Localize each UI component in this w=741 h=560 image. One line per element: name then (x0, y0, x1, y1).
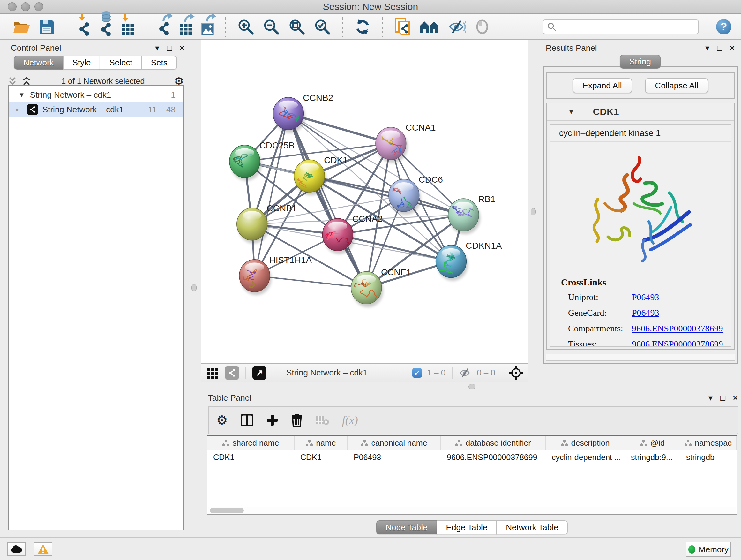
column-header[interactable]: description (546, 436, 625, 449)
cloud-icon (10, 545, 22, 553)
import-table-button[interactable] (121, 18, 134, 36)
import-network-file-button[interactable] (78, 17, 91, 36)
memory-button[interactable]: Memory (686, 542, 731, 557)
panel-close-icon[interactable]: × (733, 394, 738, 402)
open-in-browser-icon[interactable]: ↗ (253, 366, 266, 380)
table-cell[interactable]: cyclin-dependent ... (546, 450, 625, 464)
results-scrollbar[interactable] (546, 354, 735, 361)
open-session-button[interactable] (13, 19, 30, 34)
node-label-CDK1: CDK1 (324, 155, 348, 165)
column-header[interactable]: name (294, 436, 348, 449)
table-cell[interactable]: CDK1 (207, 450, 294, 464)
network-from-selection-button[interactable] (394, 18, 410, 36)
crosslink-tissues[interactable]: 9606.ENSP00000378699 (632, 339, 731, 347)
panel-close-icon[interactable]: × (180, 44, 185, 52)
tab-string[interactable]: String (620, 55, 661, 69)
table-horizontal-scrollbar[interactable] (208, 507, 736, 514)
string-results-container: Expand All Collapse All ▼ CDK1 cyclin–de… (543, 66, 738, 364)
panel-menu-icon[interactable]: ▾ (705, 44, 710, 52)
cloud-status-button[interactable] (7, 543, 25, 556)
save-session-button[interactable] (40, 19, 54, 35)
tab-style[interactable]: Style (63, 56, 100, 70)
network-collection-row[interactable]: ▼ String Network – cdk1 1 (9, 87, 183, 102)
right-splitter-handle[interactable] (531, 208, 536, 215)
network-node-CCNE1[interactable]: CCNE1 (351, 267, 411, 307)
table-cell[interactable]: 9606.ENSP00000378699 (441, 450, 546, 464)
tab-network[interactable]: Network (14, 56, 63, 70)
export-image-button[interactable] (201, 18, 214, 36)
network-node-CCNB1[interactable]: CCNB1 (237, 203, 297, 244)
network-node-RB1[interactable]: RB1 (448, 194, 495, 234)
bottom-splitter-handle[interactable] (468, 384, 475, 389)
table-cell[interactable]: stringdb (680, 450, 737, 464)
export-table-button[interactable] (179, 18, 192, 35)
network-edge-CCNB2-HIST1H1A[interactable] (255, 114, 288, 276)
scrollbar-thumb[interactable] (210, 508, 244, 513)
network-node-CCNA1[interactable]: CCNA1 (376, 123, 436, 163)
birds-eye-view-icon[interactable] (509, 366, 523, 380)
panel-float-icon[interactable]: □ (167, 44, 172, 52)
crosslink-uniprot[interactable]: P06493 (632, 292, 731, 302)
show-all-button[interactable] (475, 19, 489, 34)
expand-all-button[interactable]: Expand All (572, 78, 632, 93)
traffic-light-zoom-icon[interactable] (35, 2, 44, 11)
table-options-gear-icon[interactable]: ⚙ (216, 415, 228, 426)
panel-menu-icon[interactable]: ▾ (155, 44, 159, 52)
table-row[interactable]: CDK1CDK1P064939606.ENSP00000378699cyclin… (207, 450, 737, 464)
search-box[interactable] (542, 19, 699, 34)
network-row-selected[interactable]: ● String Network – cdk1 11 48 (9, 102, 183, 117)
node-table[interactable]: shared namenamecanonical namedatabase id… (207, 435, 737, 515)
network-share-view-icon[interactable] (225, 366, 239, 380)
network-view[interactable]: CCNB2CCNA1CDC25BCDK1CDC6RB1CCNB1CCNA2CDK… (201, 40, 528, 364)
network-node-CDC6[interactable]: CDC6 (389, 175, 443, 215)
column-header[interactable]: shared name (207, 436, 294, 449)
first-neighbors-button[interactable] (419, 20, 439, 34)
help-button[interactable]: ? (716, 19, 731, 35)
expand-all-icon[interactable] (21, 76, 32, 86)
left-splitter-handle[interactable] (192, 284, 197, 291)
collapse-all-icon[interactable] (7, 76, 18, 86)
column-header[interactable]: canonical name (348, 436, 441, 449)
traffic-light-close-icon[interactable] (8, 2, 17, 11)
table-cell[interactable]: stringdb:9... (625, 450, 680, 464)
network-node-CDK1[interactable]: CDK1 (294, 155, 347, 195)
column-header[interactable]: database identifier (441, 436, 546, 449)
grid-view-icon[interactable] (206, 366, 220, 380)
search-input[interactable] (559, 22, 693, 32)
network-node-CDKN1A[interactable]: CDKN1A (436, 241, 502, 281)
apply-layout-button[interactable] (354, 18, 371, 35)
disclosure-triangle-icon[interactable]: ▼ (568, 108, 575, 116)
disclosure-triangle-icon[interactable]: ▼ (18, 91, 25, 99)
zoom-out-button[interactable] (263, 18, 280, 35)
show-columns-icon[interactable] (241, 414, 253, 426)
column-header[interactable]: @id (625, 436, 680, 449)
panel-float-icon[interactable]: □ (720, 394, 725, 402)
tab-network-table[interactable]: Network Table (496, 520, 568, 535)
selected-checkbox-icon[interactable]: ✓ (412, 368, 422, 378)
delete-column-trash-icon[interactable] (291, 414, 302, 427)
traffic-light-minimize-icon[interactable] (21, 2, 30, 11)
hide-selected-button[interactable] (448, 19, 466, 34)
create-column-plus-icon[interactable] (266, 414, 278, 426)
table-cell[interactable]: CDK1 (294, 450, 348, 464)
zoom-selected-button[interactable] (314, 18, 331, 35)
gene-section-header[interactable]: ▼ CDK1 (547, 104, 734, 121)
export-network-button[interactable] (158, 18, 171, 36)
tab-edge-table[interactable]: Edge Table (436, 520, 497, 535)
crosslink-genecard[interactable]: P06493 (632, 308, 731, 318)
tab-select[interactable]: Select (99, 56, 142, 70)
warnings-button[interactable] (34, 543, 52, 556)
collapse-all-button[interactable]: Collapse All (645, 78, 709, 93)
column-header[interactable]: namespac (680, 436, 737, 449)
network-node-HIST1H1A[interactable]: HIST1H1A (239, 255, 312, 295)
crosslink-compartments[interactable]: 9606.ENSP00000378699 (632, 323, 731, 334)
zoom-fit-button[interactable] (288, 18, 305, 35)
tab-node-table[interactable]: Node Table (376, 520, 437, 535)
table-cell[interactable]: P06493 (348, 450, 441, 464)
zoom-in-button[interactable] (238, 18, 254, 35)
panel-menu-icon[interactable]: ▾ (709, 394, 713, 402)
panel-float-icon[interactable]: □ (717, 44, 722, 52)
import-network-database-button[interactable] (99, 17, 112, 37)
panel-close-icon[interactable]: × (730, 44, 735, 52)
tab-sets[interactable]: Sets (141, 56, 177, 70)
